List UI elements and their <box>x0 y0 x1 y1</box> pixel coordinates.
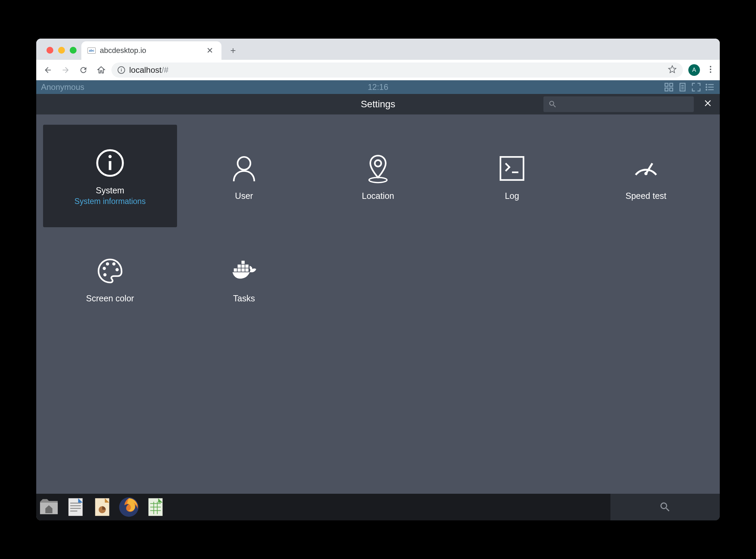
svg-rect-6 <box>670 88 673 91</box>
presentation-icon <box>92 496 113 518</box>
close-icon <box>703 98 713 108</box>
svg-rect-44 <box>70 510 78 512</box>
desktop-topbar: Anonymous 12:16 <box>36 80 720 94</box>
home-icon <box>97 66 106 74</box>
tile-label: User <box>235 191 253 201</box>
info-icon <box>93 146 127 180</box>
svg-point-28 <box>106 262 109 265</box>
browser-tab[interactable]: abc abcdesktop.io ✕ <box>81 41 221 60</box>
arrow-right-icon <box>61 66 70 74</box>
dock <box>36 494 720 520</box>
avatar-letter: A <box>692 67 696 73</box>
user-icon <box>227 151 261 186</box>
svg-rect-35 <box>245 268 248 271</box>
tab-strip: abc abcdesktop.io ✕ + <box>36 39 720 60</box>
clipboard-icon[interactable] <box>677 82 688 92</box>
settings-header: Settings <box>36 94 720 114</box>
browser-window: abc abcdesktop.io ✕ + i localhost/# <box>36 39 720 520</box>
tile-label: System <box>96 186 124 195</box>
svg-rect-33 <box>238 268 241 271</box>
topbar-clock: 12:16 <box>368 82 388 92</box>
profile-avatar[interactable]: A <box>688 64 700 76</box>
settings-title: Settings <box>361 99 395 110</box>
window-maximize-button[interactable] <box>70 47 77 54</box>
svg-rect-34 <box>242 268 245 271</box>
svg-rect-37 <box>242 264 245 268</box>
window-close-button[interactable] <box>46 47 53 54</box>
svg-point-1 <box>710 68 711 70</box>
address-bar[interactable]: i localhost/# <box>111 63 683 78</box>
bookmark-button[interactable] <box>668 65 677 75</box>
site-info-icon[interactable]: i <box>118 66 125 74</box>
svg-point-2 <box>710 71 711 72</box>
new-tab-button[interactable]: + <box>226 43 241 58</box>
svg-point-30 <box>116 268 119 271</box>
tile-location[interactable]: Location <box>311 125 445 227</box>
tile-label: Tasks <box>233 294 255 303</box>
location-icon <box>361 151 395 186</box>
tile-tasks[interactable]: Tasks <box>177 227 311 330</box>
firefox-icon <box>118 496 139 518</box>
svg-point-31 <box>103 273 106 276</box>
tile-log[interactable]: Log <box>445 125 579 227</box>
spreadsheet-icon <box>145 496 166 518</box>
topbar-icons <box>664 82 715 92</box>
dock-search[interactable] <box>610 494 720 520</box>
svg-point-21 <box>375 160 381 166</box>
svg-rect-32 <box>234 268 237 271</box>
tile-screencolor[interactable]: Screen color <box>43 227 177 330</box>
tile-label: Screen color <box>86 294 134 303</box>
search-icon <box>548 100 557 109</box>
tab-title: abcdesktop.io <box>100 46 200 55</box>
back-button[interactable] <box>40 63 55 78</box>
tile-user[interactable]: User <box>177 125 311 227</box>
svg-point-27 <box>103 267 106 270</box>
tile-label: Location <box>362 191 394 201</box>
tile-speedtest[interactable]: Speed test <box>579 125 713 227</box>
svg-rect-42 <box>70 505 81 506</box>
settings-grid: System System informations User Location <box>36 114 720 494</box>
svg-rect-43 <box>70 508 81 509</box>
dock-apps <box>36 494 168 520</box>
dock-calc[interactable] <box>143 494 168 520</box>
dock-firefox[interactable] <box>116 494 141 520</box>
svg-rect-38 <box>245 264 248 268</box>
forward-button[interactable] <box>58 63 73 78</box>
fullscreen-icon[interactable] <box>691 82 701 92</box>
svg-rect-23 <box>500 157 524 180</box>
tab-favicon: abc <box>87 47 96 54</box>
svg-point-18 <box>108 155 111 158</box>
close-settings-button[interactable] <box>703 98 713 111</box>
url-host: localhost <box>129 65 162 74</box>
document-icon <box>65 496 86 518</box>
svg-point-26 <box>644 172 647 175</box>
dock-writer[interactable] <box>63 494 88 520</box>
window-controls <box>43 47 81 60</box>
tab-close-icon[interactable]: ✕ <box>204 46 215 55</box>
docker-icon <box>227 254 261 288</box>
settings-search-box[interactable] <box>543 96 694 112</box>
home-button[interactable] <box>94 63 109 78</box>
browser-menu-button[interactable] <box>705 65 716 75</box>
grid-icon[interactable] <box>664 82 674 92</box>
folder-home-icon <box>38 496 59 518</box>
svg-rect-5 <box>665 88 668 91</box>
reload-button[interactable] <box>76 63 91 78</box>
list-icon[interactable] <box>705 82 715 92</box>
terminal-icon <box>495 151 529 186</box>
settings-search-input[interactable] <box>561 100 689 109</box>
window-minimize-button[interactable] <box>58 47 65 54</box>
tile-system[interactable]: System System informations <box>43 125 177 227</box>
svg-rect-41 <box>70 503 81 504</box>
url-bar: i localhost/# A <box>36 60 720 80</box>
dock-filemanager[interactable] <box>36 494 62 520</box>
arrow-left-icon <box>43 66 52 74</box>
svg-line-25 <box>646 163 652 174</box>
svg-point-15 <box>706 86 707 88</box>
svg-rect-3 <box>665 83 668 86</box>
url-path: /# <box>162 65 168 74</box>
tile-label: Log <box>505 191 519 201</box>
app-viewport: Anonymous 12:16 Settings <box>36 80 720 520</box>
dock-impress[interactable] <box>90 494 115 520</box>
svg-rect-36 <box>238 264 241 268</box>
